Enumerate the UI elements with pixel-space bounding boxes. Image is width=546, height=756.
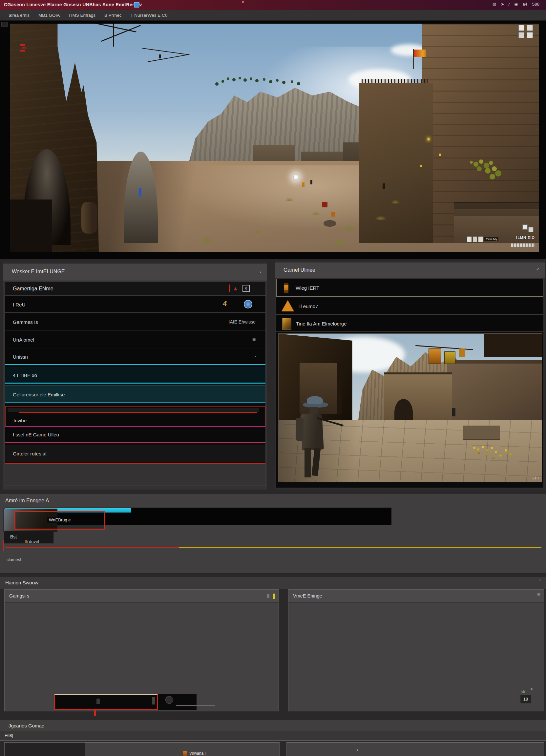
outliner-row[interactable]: UnA orxel ▣ (5, 331, 265, 348)
outliner-list-footer (5, 464, 265, 485)
preview-corner-label: Es 7 (533, 476, 539, 480)
scene-figure (383, 183, 385, 189)
outliner-row[interactable]: I ReU 4 (5, 296, 265, 313)
menu-item-frames[interactable]: B Prrnec (100, 13, 126, 18)
outliner-panel: Wesker E ImtELUNGE • Gamertiga ENme 9 I … (3, 263, 267, 490)
hud-chip (473, 237, 477, 242)
details-row[interactable]: Il eumo7 (276, 298, 543, 315)
main-viewport[interactable]: Esse My ILMN EIO (0, 21, 546, 259)
preview-beams (484, 334, 542, 357)
count-badge[interactable]: 18 (520, 695, 531, 704)
viewport-scene: Esse My ILMN EIO (10, 24, 539, 252)
slash-icon[interactable]: ∕ (509, 2, 510, 7)
hud-icon-box[interactable] (518, 25, 524, 31)
monitor-scrub-track[interactable] (54, 694, 197, 710)
outliner-row[interactable]: Unissn ▪ (5, 349, 265, 365)
scene-grass-tuft (253, 229, 263, 233)
a4-badge: a4 (522, 2, 527, 7)
scene-grass-tuft (391, 199, 400, 203)
bottom-item-label[interactable]: Virwana I (189, 751, 206, 756)
timeline-tab-label: Bst (10, 534, 17, 539)
s88-badge: S88 (532, 2, 539, 7)
menu-item-edit[interactable]: MB1 GOIA (34, 13, 64, 18)
preview-character (292, 396, 339, 479)
bottom-filter-row[interactable]: F68| (0, 731, 546, 741)
dot-icon (531, 688, 533, 690)
timeline-yellow-line (179, 547, 541, 548)
box-icon[interactable]: ▣ (252, 337, 256, 342)
scene-crane-mast (113, 24, 114, 47)
menu-item-file[interactable]: alrea ernls (5, 13, 34, 18)
row-label: UnA orxel (13, 337, 34, 342)
hud-right-strip (511, 243, 535, 247)
red-mark-icon (234, 287, 237, 290)
hud-icon-box[interactable] (518, 32, 524, 38)
row-label: Il eumo7 (299, 303, 318, 309)
window-title: CGaseon Limesve Elarne Gnsesn UNBhas Son… (4, 2, 142, 7)
bottom-dark-box[interactable] (5, 743, 85, 756)
timeline-row2-label[interactable]: clamesL (7, 557, 22, 562)
record-icon[interactable]: ◉ (514, 2, 518, 7)
thumbnail-icon (282, 318, 291, 330)
scene-grass-tuft (375, 216, 387, 220)
scene-grass-tuft (311, 211, 321, 215)
details-row[interactable]: Tine Ila Am Elmeloerge (276, 315, 543, 332)
outliner-list: Gamertiga ENme 9 I ReU 4 Gammes Is IAIE … (5, 282, 266, 486)
details-preview-image[interactable]: Es 7 (278, 333, 542, 482)
app-icon[interactable] (134, 2, 139, 8)
f9-box-icon[interactable]: 9 (242, 285, 250, 292)
hud-icon-box[interactable] (527, 32, 533, 38)
details-row-selected[interactable]: Wleg IERT (276, 279, 543, 297)
outliner-row[interactable]: 4 I TIBE xo (5, 367, 265, 384)
scene-stone (324, 220, 336, 227)
outliner-row-selected-red[interactable]: Invibe (5, 406, 265, 426)
preview-sign (429, 348, 441, 364)
scrub-knob[interactable] (165, 696, 173, 704)
badge-caption: clt (521, 690, 525, 693)
monitor-left-header[interactable]: Gamgsi s (5, 590, 279, 603)
menu-item-tools[interactable]: T NurserWes E C0 (126, 13, 172, 18)
scene-grass-tuft (343, 224, 356, 230)
preview-bench (463, 426, 499, 440)
check-icon[interactable]: ✓ (536, 267, 539, 272)
scrub-mark (96, 699, 100, 704)
timeline-row1-label[interactable]: Ili duvel (25, 539, 39, 544)
bottom-section-header: Jgcaries Gomae (0, 720, 546, 731)
monitor-right-title: VmeE Eninge (293, 593, 322, 599)
outliner-header[interactable]: Wesker E ImtELUNGE • (3, 264, 267, 281)
scene-grass-tuft (285, 197, 294, 201)
monitor-right-header[interactable]: VmeE Eninge ▣ (288, 590, 544, 603)
timeline-strip: Amré im Enngee A WnEBrug e Bst Ili duvel… (0, 494, 546, 574)
outliner-row[interactable]: Gammes Is IAIE Ehwisse (5, 313, 265, 330)
scene-grass-tuft (200, 236, 215, 242)
row-label: Gammes Is (13, 319, 38, 325)
row-label: Girteler rotes al (13, 451, 47, 456)
character-hat (307, 396, 323, 404)
scene-rooftop-figure (159, 54, 161, 58)
caret-icon[interactable]: ⌃ (538, 579, 541, 583)
outliner-row[interactable]: Girteler rotes al (5, 445, 265, 462)
orange-badge-icon (284, 283, 288, 293)
hud-icon-box[interactable] (527, 25, 533, 31)
warning-triangle-icon (282, 300, 294, 311)
square-icon: ▪ (255, 354, 256, 358)
scene-mid-building (359, 83, 433, 243)
details-header[interactable]: Gamel Ulinee ✓ (275, 263, 545, 278)
monitor-scrub-selection[interactable] (54, 694, 158, 710)
globe-icon[interactable]: ◍ (493, 2, 496, 7)
row-label: Wleg IERT (296, 285, 319, 291)
scrub-rail (176, 705, 215, 706)
row-label: I ssel nE Game Ulleu (13, 432, 59, 437)
outliner-row[interactable]: I ssel nE Game Ulleu (5, 426, 265, 443)
red-bar-icon (229, 284, 230, 292)
outliner-title: Wesker E ImtELUNGE (12, 269, 65, 275)
scene-orange-figure (302, 182, 305, 187)
outliner-row-selected-teal[interactable]: Gellurensor ele Emilkse (5, 386, 265, 403)
menu-item-engine[interactable]: I IMS Erlfrags (64, 13, 100, 18)
outliner-list-header[interactable]: Gamertiga ENme 9 (5, 282, 265, 296)
scene-barrel (81, 202, 97, 234)
box-icon[interactable]: ▣ (537, 592, 540, 597)
cursor-icon[interactable]: ➤ (501, 2, 504, 7)
timeline-selection-box[interactable]: WnEBrug e (14, 511, 105, 530)
blue-circle-icon[interactable] (244, 300, 252, 308)
